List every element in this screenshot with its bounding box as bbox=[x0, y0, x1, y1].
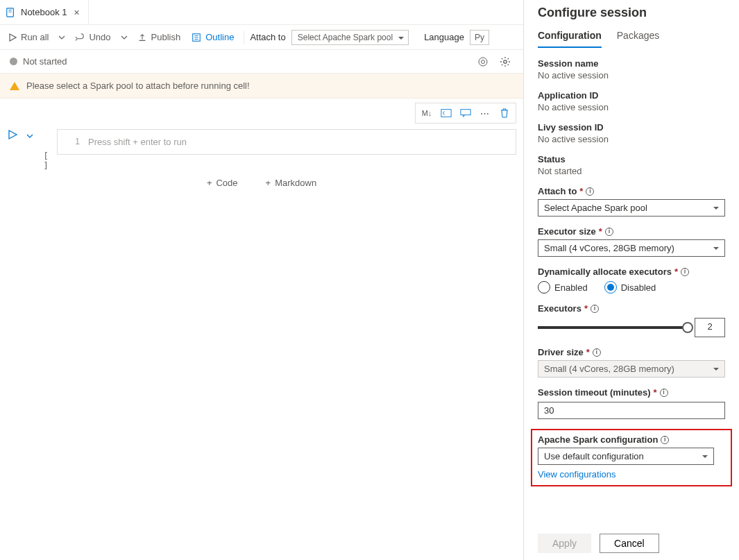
cell-placeholder: Press shift + enter to run bbox=[88, 137, 187, 147]
attach-to-label: Attach to bbox=[538, 186, 577, 196]
spark-config-label: Apache Spark configuration bbox=[538, 434, 658, 445]
info-icon[interactable]: i bbox=[586, 187, 594, 196]
play-icon bbox=[8, 33, 17, 42]
notebook-area: Notebook 1 × Run all Undo Publish Outlin… bbox=[0, 0, 524, 560]
add-code-button[interactable]: + Code bbox=[207, 178, 238, 188]
cell-row: [ ] 1 Press shift + enter to run bbox=[0, 124, 523, 171]
notebook-icon bbox=[6, 8, 15, 17]
add-code-label: Code bbox=[216, 178, 237, 188]
svg-point-9 bbox=[482, 60, 485, 63]
required-marker: * bbox=[599, 226, 602, 237]
delete-cell-button[interactable] bbox=[495, 105, 514, 121]
required-marker: * bbox=[579, 186, 583, 196]
outline-button[interactable]: Outline bbox=[187, 29, 238, 45]
status-bar: Not started bbox=[0, 50, 523, 74]
radio-disabled[interactable]: Disabled bbox=[604, 281, 656, 294]
notebook-tab-title: Notebook 1 bbox=[21, 7, 67, 17]
app-id-value: No active session bbox=[538, 102, 725, 112]
plus-icon: + bbox=[207, 178, 212, 188]
comment-button[interactable] bbox=[456, 105, 475, 121]
session-timeout-input[interactable] bbox=[538, 402, 725, 419]
tab-configuration[interactable]: Configuration bbox=[538, 27, 602, 48]
info-icon[interactable]: i bbox=[591, 305, 599, 313]
field-app-id: Application ID No active session bbox=[538, 90, 725, 112]
language-select[interactable]: Py bbox=[470, 30, 489, 45]
driver-size-value: Small (4 vCores, 28GB memory) bbox=[544, 364, 674, 374]
field-spark-config: Apache Spark configuration i Use default… bbox=[538, 434, 725, 480]
outline-icon bbox=[192, 33, 201, 42]
exec-count: [ ] bbox=[39, 129, 53, 171]
language-value: Py bbox=[475, 33, 484, 42]
attach-to-value: Select Apache Spark pool bbox=[544, 203, 647, 213]
configure-session-panel: Configure session Configuration Packages… bbox=[524, 0, 739, 560]
apply-button: Apply bbox=[538, 534, 591, 553]
required-marker: * bbox=[674, 266, 678, 277]
view-configurations-link[interactable]: View configurations bbox=[538, 469, 725, 480]
add-markdown-label: Markdown bbox=[275, 178, 316, 188]
warning-text: Please select a Spark pool to attach bef… bbox=[26, 80, 250, 91]
code-cell[interactable]: 1 Press shift + enter to run bbox=[57, 129, 516, 155]
plus-icon: + bbox=[266, 178, 271, 188]
attach-to-label: Attach to bbox=[250, 32, 285, 42]
cancel-button[interactable]: Cancel bbox=[600, 534, 659, 553]
run-all-button[interactable]: Run all bbox=[4, 29, 53, 45]
session-name-value: No active session bbox=[538, 70, 725, 80]
executor-size-label: Executor size bbox=[538, 226, 596, 237]
pool-select-value: Select Apache Spark pool bbox=[298, 33, 393, 42]
pool-select[interactable]: Select Apache Spark pool bbox=[291, 30, 409, 45]
executor-size-select[interactable]: Small (4 vCores, 28GB memory) bbox=[538, 239, 725, 257]
cell-menu-dropdown[interactable] bbox=[25, 129, 35, 143]
info-icon[interactable]: i bbox=[681, 268, 689, 276]
info-icon[interactable]: i bbox=[605, 228, 613, 236]
livy-id-value: No active session bbox=[538, 134, 725, 144]
session-name-label: Session name bbox=[538, 58, 725, 69]
notebook-tab[interactable]: Notebook 1 × bbox=[0, 0, 89, 24]
field-executors: Executors * i 2 bbox=[538, 303, 725, 337]
spark-config-value: Use default configuration bbox=[544, 451, 644, 461]
radio-enabled[interactable]: Enabled bbox=[538, 281, 588, 294]
tab-bar: Notebook 1 × bbox=[0, 0, 523, 25]
spark-config-select[interactable]: Use default configuration bbox=[538, 448, 714, 465]
svg-marker-13 bbox=[9, 130, 17, 139]
toolbar: Run all Undo Publish Outline Attach to S… bbox=[0, 25, 523, 50]
outline-label: Outline bbox=[205, 32, 234, 42]
add-markdown-button[interactable]: + Markdown bbox=[266, 178, 317, 188]
cell-toolbar-row: M↓ ⋯ bbox=[0, 99, 523, 124]
executors-slider[interactable] bbox=[538, 326, 688, 329]
target-icon[interactable] bbox=[475, 53, 491, 70]
undo-label: Undo bbox=[89, 32, 110, 42]
field-session-name: Session name No active session bbox=[538, 58, 725, 80]
tab-packages[interactable]: Packages bbox=[617, 27, 659, 48]
info-icon[interactable]: i bbox=[661, 436, 669, 444]
svg-rect-0 bbox=[7, 8, 14, 16]
close-icon[interactable]: × bbox=[73, 7, 81, 18]
svg-rect-12 bbox=[461, 110, 470, 115]
attach-to-select[interactable]: Select Apache Spark pool bbox=[538, 199, 725, 217]
add-cell-row: + Code + Markdown bbox=[0, 171, 523, 195]
warning-bar: Please select a Spark pool to attach bef… bbox=[0, 74, 523, 99]
info-icon[interactable]: i bbox=[660, 389, 668, 397]
status-dot-icon bbox=[10, 58, 17, 65]
field-status: Status Not started bbox=[538, 154, 725, 176]
markdown-convert-button[interactable]: M↓ bbox=[417, 105, 436, 121]
undo-button[interactable]: Undo bbox=[71, 29, 114, 45]
run-cell-button[interactable] bbox=[7, 129, 21, 143]
line-number: 1 bbox=[67, 137, 88, 147]
gear-icon[interactable] bbox=[497, 53, 513, 70]
undo-dropdown[interactable] bbox=[118, 31, 130, 44]
run-all-dropdown[interactable] bbox=[56, 31, 68, 44]
required-marker: * bbox=[654, 387, 657, 398]
publish-button[interactable]: Publish bbox=[133, 29, 185, 45]
executors-value[interactable]: 2 bbox=[695, 318, 725, 337]
radio-enabled-label: Enabled bbox=[554, 282, 588, 293]
driver-size-label: Driver size bbox=[538, 347, 584, 357]
field-livy-id: Livy session ID No active session bbox=[538, 122, 725, 144]
convert-code-button[interactable] bbox=[436, 105, 456, 121]
radio-bullet-icon bbox=[538, 281, 550, 294]
slider-thumb-icon[interactable] bbox=[682, 322, 693, 333]
info-icon[interactable]: i bbox=[593, 348, 601, 357]
radio-bullet-icon bbox=[604, 281, 617, 294]
driver-size-select: Small (4 vCores, 28GB memory) bbox=[538, 360, 725, 377]
more-options-button[interactable]: ⋯ bbox=[475, 105, 495, 121]
warning-icon bbox=[10, 77, 19, 90]
